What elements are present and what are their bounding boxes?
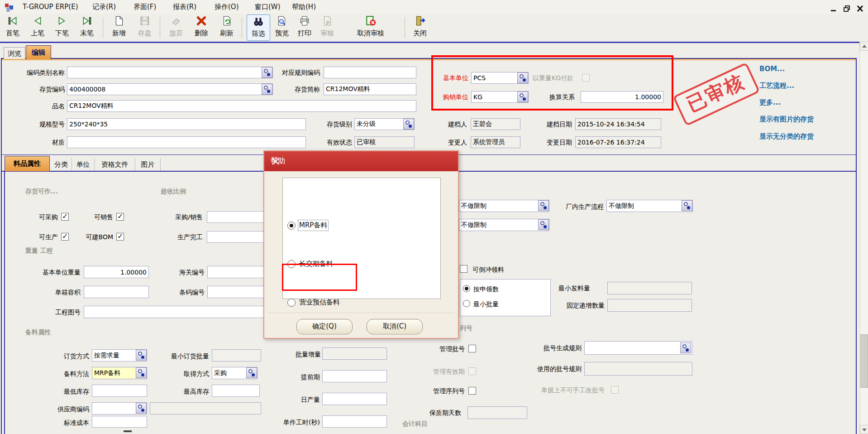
manage-expiry-checkbox[interactable] bbox=[468, 367, 476, 375]
toolbar-audit-button[interactable]: 审核 bbox=[317, 14, 338, 41]
order-mode-lookup-icon[interactable] bbox=[136, 350, 147, 361]
cancel-button[interactable]: 取消(C) bbox=[367, 319, 423, 334]
menu-item-record[interactable]: 记录(R) bbox=[92, 2, 116, 11]
toolbar-close-button[interactable]: 关闭 bbox=[409, 14, 431, 41]
sellable-checkbox[interactable] bbox=[116, 213, 124, 221]
prep-method-listbox[interactable]: MRP备料 长交期备料 营业预估备料 bbox=[282, 178, 441, 299]
scroll-down-button[interactable] bbox=[860, 425, 868, 434]
status-input[interactable] bbox=[354, 136, 415, 148]
toolbar-last-button[interactable]: 末笔 bbox=[76, 14, 98, 41]
tab-units[interactable]: 单位 bbox=[72, 158, 94, 171]
close-icon[interactable] bbox=[856, 4, 865, 12]
factory-flow-lookup-icon[interactable] bbox=[682, 200, 692, 211]
factory-flow-input[interactable] bbox=[606, 200, 693, 212]
lot-rule-input[interactable] bbox=[584, 341, 692, 355]
option-mrp-radio[interactable] bbox=[287, 222, 296, 230]
option-sales-forecast[interactable]: 营业预估备料 bbox=[287, 298, 432, 308]
menu-item-view[interactable]: 界面(F) bbox=[134, 2, 156, 11]
menu-item-help[interactable]: 帮助(H) bbox=[292, 2, 316, 11]
restriction-1-input[interactable] bbox=[459, 200, 549, 212]
item-code-input[interactable] bbox=[67, 83, 273, 95]
min-stock-input[interactable] bbox=[92, 385, 147, 397]
link-bom[interactable]: BOM... bbox=[759, 65, 785, 73]
toolbar-preview-button[interactable]: 预览 bbox=[272, 14, 292, 41]
base-weight-input[interactable] bbox=[84, 266, 149, 278]
unit-time-input[interactable] bbox=[322, 415, 387, 428]
no-manual-lot-checkbox[interactable] bbox=[611, 386, 619, 394]
toolbar-save-button[interactable]: 存盘 bbox=[134, 14, 155, 41]
spec-input[interactable] bbox=[67, 118, 306, 130]
toolbar-print-button[interactable]: 打印 bbox=[294, 14, 315, 41]
menu-item-action[interactable]: 操作(O) bbox=[215, 2, 239, 11]
toolbar-next-button[interactable]: 下笔 bbox=[52, 14, 72, 41]
scroll-up-button[interactable] bbox=[860, 42, 868, 51]
menu-item-app[interactable]: T-GROUP ERP(E) bbox=[23, 2, 78, 11]
restriction-2-input[interactable] bbox=[459, 219, 549, 231]
link-more[interactable]: 更多... bbox=[759, 98, 781, 107]
min-issue-input[interactable] bbox=[607, 282, 692, 294]
option-sales-forecast-radio[interactable] bbox=[287, 299, 296, 307]
pay-by-weight-checkbox[interactable] bbox=[582, 74, 590, 82]
can-bom-checkbox[interactable] bbox=[116, 233, 124, 241]
menu-item-window[interactable]: 窗口(W) bbox=[255, 2, 281, 11]
tab-qualification-files[interactable]: 资格文件 bbox=[94, 158, 135, 171]
lead-time-input[interactable] bbox=[322, 370, 387, 382]
modifier-input[interactable] bbox=[471, 136, 520, 148]
manage-lot-checkbox[interactable] bbox=[468, 345, 476, 352]
modify-date-input[interactable] bbox=[575, 136, 661, 148]
toolbar-abandon-button[interactable]: 放弃 bbox=[166, 14, 186, 41]
toolbar-refresh-button[interactable]: 刷新 bbox=[216, 14, 237, 41]
toolbar-prev-button[interactable]: 上笔 bbox=[27, 14, 48, 41]
tab-item-attributes[interactable]: 料品属性 bbox=[5, 156, 50, 171]
purchasable-checkbox[interactable] bbox=[61, 213, 69, 221]
max-stock-input[interactable] bbox=[212, 385, 260, 397]
issue-by-claim-radio[interactable] bbox=[463, 285, 470, 292]
restriction-1-lookup-icon[interactable] bbox=[538, 200, 549, 211]
link-process-flow[interactable]: 工艺流程... bbox=[759, 82, 794, 90]
item-short-name-input[interactable] bbox=[324, 83, 416, 95]
conversion-input[interactable] bbox=[581, 91, 663, 103]
option-long-lead-radio[interactable] bbox=[287, 260, 296, 268]
std-cost-input[interactable] bbox=[92, 416, 147, 428]
prep-method-lookup-icon[interactable] bbox=[136, 367, 147, 378]
tab-images[interactable]: 图片 bbox=[135, 158, 160, 171]
ok-button[interactable]: 确定(Q) bbox=[296, 319, 353, 334]
toolbar-first-button[interactable]: 首笔 bbox=[2, 14, 24, 41]
base-unit-lookup-icon[interactable] bbox=[517, 72, 528, 83]
minimize-icon[interactable] bbox=[830, 4, 839, 12]
material-input[interactable] bbox=[67, 136, 306, 148]
option-long-lead[interactable]: 长交期备料 bbox=[287, 259, 432, 269]
supplier-code-lookup-icon[interactable] bbox=[136, 403, 147, 414]
link-show-unclassified[interactable]: 显示无分类的存货 bbox=[759, 132, 814, 141]
dialog-close-icon[interactable] bbox=[271, 156, 281, 166]
manage-serial-checkbox[interactable] bbox=[468, 387, 476, 395]
rule-code-input[interactable] bbox=[324, 67, 416, 78]
supplier-name-input[interactable] bbox=[150, 402, 261, 415]
create-date-input[interactable] bbox=[575, 118, 661, 130]
tab-edit[interactable]: 编辑 bbox=[26, 45, 51, 59]
option-mrp[interactable]: MRP备料 bbox=[287, 221, 432, 231]
fixed-increment-input[interactable] bbox=[607, 299, 692, 312]
restriction-2-lookup-icon[interactable] bbox=[538, 219, 549, 230]
item-name-input[interactable] bbox=[67, 100, 416, 112]
scrollbar-thumb[interactable] bbox=[860, 334, 868, 388]
vertical-scrollbar[interactable] bbox=[859, 42, 868, 434]
item-code-lookup-icon[interactable] bbox=[262, 84, 272, 95]
daily-output-input[interactable] bbox=[322, 393, 387, 405]
backflush-checkbox[interactable] bbox=[460, 265, 467, 273]
link-show-with-images[interactable]: 显示有图片的存货 bbox=[759, 115, 814, 124]
box-volume-input[interactable] bbox=[84, 286, 149, 298]
used-lot-rule-input[interactable] bbox=[584, 362, 692, 376]
tab-classification[interactable]: 分类 bbox=[51, 158, 72, 171]
min-order-batch-input[interactable] bbox=[212, 349, 261, 362]
toolbar-cancel-audit-button[interactable]: 取消审核 bbox=[340, 14, 401, 41]
toolbar-new-button[interactable]: 新增 bbox=[108, 14, 130, 41]
menu-item-report[interactable]: 报表(R) bbox=[173, 2, 196, 11]
shelf-days-input[interactable] bbox=[467, 406, 527, 419]
acquire-mode-lookup-icon[interactable] bbox=[246, 367, 257, 378]
stock-level-lookup-icon[interactable] bbox=[403, 119, 414, 130]
producible-checkbox[interactable] bbox=[61, 233, 69, 241]
issue-min-batch-radio[interactable] bbox=[463, 300, 470, 307]
code-category-input[interactable] bbox=[67, 67, 273, 78]
tab-browse[interactable]: 浏览 bbox=[4, 47, 25, 59]
